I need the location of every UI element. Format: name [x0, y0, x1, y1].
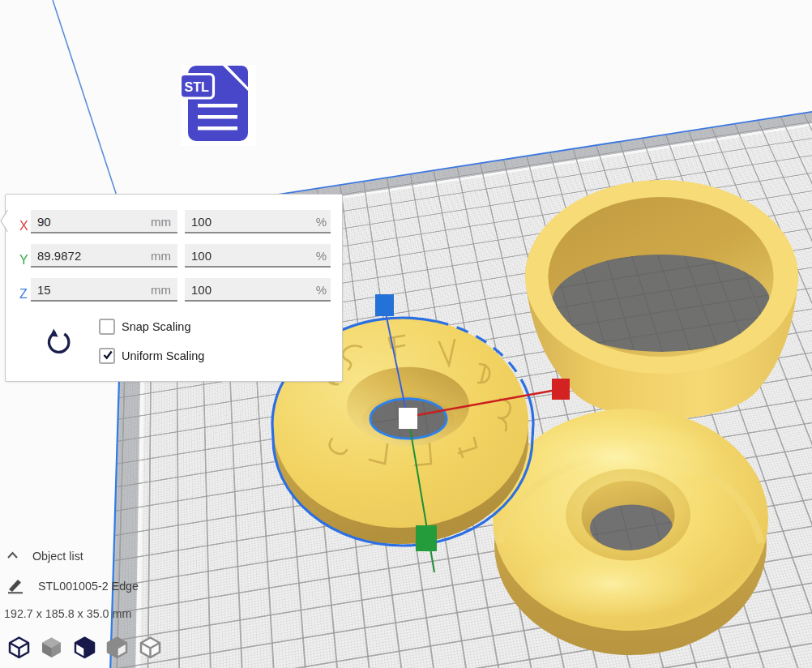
svg-text:STL: STL [185, 80, 209, 94]
